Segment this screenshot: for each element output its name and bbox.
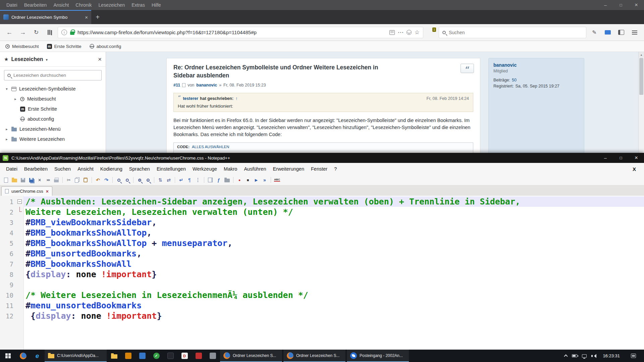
menubar-item-erweiterungen[interactable]: Erweiterungen	[270, 164, 308, 174]
sidebar-item-lesezeichen-symbolleiste[interactable]: Lesezeichen-Symbolleiste	[0, 84, 106, 94]
action-center-button[interactable]	[627, 354, 640, 358]
paste-icon[interactable]	[82, 176, 89, 184]
code-line-11[interactable]: 11#menu_unsortedBookmarks	[0, 300, 644, 311]
forward-icon[interactable]	[17, 27, 28, 38]
menubar-item-makro[interactable]: Makro	[220, 164, 240, 174]
search-bar[interactable]	[439, 27, 586, 38]
code-line-7[interactable]: 7#BMB_bookmarksShowAll	[0, 259, 644, 269]
code-line-2[interactable]: 2Weitere Lesezeichen, Lesezeichen verwal…	[0, 207, 644, 217]
menubar-item-sprachen[interactable]: Sprachen	[126, 164, 153, 174]
find-icon[interactable]	[115, 176, 122, 184]
folder-icon[interactable]	[602, 27, 613, 38]
app-red-icon[interactable]	[192, 350, 206, 362]
menubar-item-fenster[interactable]: Fenster	[308, 164, 331, 174]
folder-workspace-icon[interactable]	[223, 176, 231, 184]
page-actions-icon[interactable]	[398, 29, 404, 36]
stop-macro-icon[interactable]	[244, 176, 252, 184]
taskbar-button-ordner-lesezeichen-s[interactable]: Ordner Lesezeichen S...	[220, 350, 282, 362]
word-wrap-icon[interactable]	[177, 176, 185, 184]
menubar-item-lesezeichen[interactable]: Lesezeichen	[96, 1, 128, 9]
spell-check-icon[interactable]: ABC	[273, 176, 281, 184]
print-icon[interactable]	[53, 176, 60, 184]
profile-name-link[interactable]: bananovic	[493, 62, 579, 68]
code-line-8[interactable]: 8{display: none !important}	[0, 269, 644, 280]
volume-icon[interactable]	[591, 354, 596, 358]
dictionary-icon[interactable]	[177, 350, 192, 362]
pinned-firefox-icon[interactable]	[16, 350, 30, 362]
code-line-4[interactable]: 4#BMB_bookmarksShowAllTop,	[0, 228, 644, 238]
reader-mode-icon[interactable]	[389, 30, 395, 35]
record-macro-icon[interactable]	[236, 176, 243, 184]
copy-icon[interactable]	[73, 176, 81, 184]
twisty-icon[interactable]	[5, 137, 9, 141]
sidebar-search[interactable]	[4, 70, 102, 80]
new-file-icon[interactable]	[2, 176, 10, 184]
post-number-link[interactable]: #11	[173, 83, 180, 87]
menubar-item-werkzeuge[interactable]: Werkzeuge	[189, 164, 220, 174]
code-line-3[interactable]: 3#BMB_viewBookmarksSidebar,	[0, 217, 644, 228]
code-line-12[interactable]: 12 {display: none !important}	[0, 311, 644, 321]
antivirus-icon[interactable]	[149, 350, 163, 362]
quote-author-link[interactable]: testerer	[183, 96, 198, 101]
close-file-icon[interactable]	[36, 176, 43, 184]
edit-icon[interactable]	[589, 27, 600, 38]
maximize-icon[interactable]	[613, 153, 629, 163]
explorer-icon[interactable]	[107, 350, 121, 362]
indent-guide-icon[interactable]	[194, 176, 202, 184]
post-author-link[interactable]: bananovic	[196, 83, 217, 87]
menubar-item-ansicht[interactable]: Ansicht	[50, 1, 72, 9]
pocket-icon[interactable]	[407, 30, 412, 35]
save-all-icon[interactable]	[28, 176, 35, 184]
app-orange-icon[interactable]	[121, 350, 135, 362]
page-info-icon[interactable]	[61, 29, 67, 35]
code-line-6[interactable]: 6#BMB_unsortedBookmarks,	[0, 248, 644, 259]
scrollbar-thumb[interactable]	[639, 58, 643, 95]
menubar-item-item[interactable]: ?	[331, 164, 340, 174]
profile-posts-value[interactable]: 50	[512, 78, 517, 82]
zoom-out-icon[interactable]	[144, 176, 152, 184]
menubar-item-kodierung[interactable]: Kodierung	[97, 164, 126, 174]
tab-close-icon[interactable]	[85, 14, 88, 20]
url-bar[interactable]: https://www.camp-firefox.de/forum/viewto…	[58, 27, 423, 38]
fold-collapse-icon[interactable]	[17, 199, 22, 204]
cut-icon[interactable]	[65, 176, 72, 184]
tab-close-icon[interactable]	[46, 189, 49, 194]
sidebar-search-input[interactable]	[13, 73, 98, 78]
menubar-item-bearbeiten[interactable]: Bearbeiten	[21, 164, 51, 174]
undo-icon[interactable]	[94, 176, 102, 184]
menubar-item-einstellungen[interactable]: Einstellungen	[153, 164, 189, 174]
twisty-icon[interactable]	[13, 97, 17, 101]
menu-icon[interactable]	[629, 27, 640, 38]
start-button[interactable]	[0, 350, 16, 362]
app-dark-icon[interactable]	[163, 350, 177, 362]
menubar-item-chronik[interactable]: Chronik	[72, 1, 95, 9]
tray-expand-icon[interactable]	[564, 354, 568, 358]
app-gray-icon[interactable]	[206, 350, 220, 362]
code-line-5[interactable]: 5#BMB_bookmarksShowAllTop + menuseparato…	[0, 238, 644, 248]
sidebar-toggle-icon[interactable]	[616, 27, 627, 38]
ublock-extension-icon[interactable]: 1	[427, 28, 435, 37]
sync-scroll-horizontal-icon[interactable]	[165, 176, 172, 184]
save-icon[interactable]	[19, 176, 26, 184]
show-all-characters-icon[interactable]	[186, 176, 193, 184]
menubar-item-ansicht[interactable]: Ansicht	[74, 164, 97, 174]
editor-area[interactable]: 1/* Ausblenden: Lesezeichen-Sidebar anze…	[0, 196, 644, 350]
menubar-item-suchen[interactable]: Suchen	[51, 164, 74, 174]
minimize-icon[interactable]	[598, 0, 613, 10]
menubar-item-datei[interactable]: Datei	[3, 164, 21, 174]
sidebar-close-icon[interactable]	[98, 56, 102, 63]
new-tab-button[interactable]	[91, 10, 104, 24]
taskbar-button-posteingang-2002an[interactable]: Posteingang - 2002An...	[347, 350, 409, 362]
quote-post-button[interactable]	[461, 64, 474, 73]
zoom-in-icon[interactable]	[136, 176, 143, 184]
reload-icon[interactable]	[31, 27, 42, 38]
menubar-item-extras[interactable]: Extras	[128, 1, 148, 9]
open-file-icon[interactable]	[11, 176, 18, 184]
code-line-9[interactable]: 9	[0, 280, 644, 290]
bookmark-item-about-config[interactable]: about:config	[90, 44, 121, 49]
scroll-up-icon[interactable]	[639, 52, 644, 58]
play-macro-icon[interactable]	[253, 176, 260, 184]
document-close-button[interactable]: X	[627, 166, 641, 172]
close-icon[interactable]	[629, 0, 644, 10]
replace-icon[interactable]	[123, 176, 131, 184]
